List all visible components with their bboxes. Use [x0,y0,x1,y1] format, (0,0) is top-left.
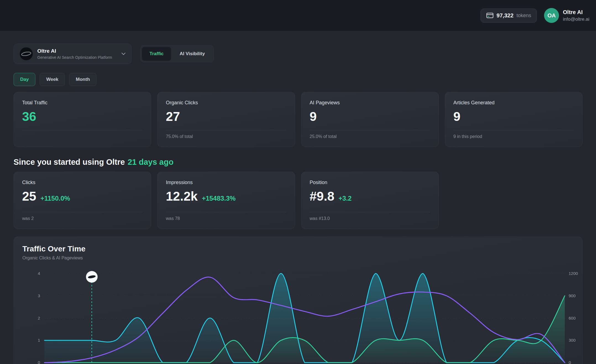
right-axis-tick: 300 [569,338,576,342]
stat-subtext: 75.0% of total [166,134,286,139]
stat-subtext: was 2 [22,216,143,221]
view-tabs: Traffic AI Visibility [140,45,214,62]
org-meta: Oltre AI Generative AI Search Optimizati… [37,48,117,60]
stat-card-total-traffic: Total Traffic 36 [14,92,151,147]
left-axis-tick: 1 [38,338,40,342]
chevron-down-icon [121,52,126,55]
stat-value: 12.2k [166,190,198,203]
tab-ai-visibility[interactable]: AI Visibility [172,47,212,61]
since-highlight: 21 days ago [128,158,174,166]
left-axis-tick: 2 [38,316,40,320]
divider [310,212,430,212]
stat-label: Organic Clicks [166,100,286,106]
divider [166,212,286,212]
stat-value: 36 [22,110,143,123]
value-row: #9.8 +3.2 [310,190,430,203]
stat-subtext: was 78 [166,216,286,221]
divider [166,130,286,130]
left-axis-tick: 3 [38,293,40,298]
stat-subtext: 25.0% of total [310,134,430,139]
org-name: Oltre AI [37,48,117,54]
right-axis-tick: 1200 [569,271,578,276]
org-selector-dropdown[interactable]: Oltre AI Generative AI Search Optimizati… [14,44,132,64]
stat-card-articles-generated: Articles Generated 9 9 in this period [445,92,582,147]
divider [22,212,143,212]
annotation-marker-oltre-logo-icon [86,271,98,283]
stat-label: Total Traffic [22,100,143,106]
stat-label: Articles Generated [453,100,574,106]
stat-card-ai-pageviews: AI Pageviews 9 25.0% of total [301,92,439,147]
traffic-over-time-card: Traffic Over Time Organic Clicks & AI Pa… [14,237,582,364]
stat-card-impressions: Impressions 12.2k +15483.3% was 78 [157,172,295,229]
period-selector: Day Week Month [14,73,582,86]
value-row: 25 +1150.0% [22,190,143,203]
since-stats-row: Clicks 25 +1150.0% was 2 Impressions 12.… [14,172,582,229]
right-axis-tick: 600 [569,316,576,320]
org-description: Generative AI Search Optimization Platfo… [37,55,117,60]
token-count: 97,322 [497,12,513,19]
stat-value: 9 [310,110,430,123]
period-day-button[interactable]: Day [14,73,35,86]
stat-value: 25 [22,190,36,203]
main-content: Oltre AI Generative AI Search Optimizati… [0,44,596,364]
stat-delta: +3.2 [338,195,351,202]
token-unit-label: tokens [516,13,531,18]
stat-value: 27 [166,110,286,123]
org-logo-icon [19,47,33,61]
stat-label: Clicks [22,180,143,185]
period-week-button[interactable]: Week [40,73,65,86]
user-meta: Oltre AI info@oltre.ai [563,9,589,22]
divider [22,130,143,130]
stat-label: Impressions [166,180,286,185]
stat-delta: +15483.3% [202,195,235,202]
since-title: Since you started using Oltre [14,158,125,166]
right-axis-tick: 900 [569,293,576,298]
stat-subtext [22,134,143,139]
stat-subtext: 9 in this period [453,134,574,139]
stat-label: AI Pageviews [310,100,430,106]
avatar[interactable]: OA [544,8,559,23]
stat-label: Position [310,180,430,185]
user-menu[interactable]: OA Oltre AI info@oltre.ai [544,8,589,23]
stat-subtext: was #13.0 [310,216,430,221]
since-section-heading: Since you started using Oltre21 days ago [14,158,582,167]
stat-card-position: Position #9.8 +3.2 was #13.0 [301,172,439,229]
controls-row: Oltre AI Generative AI Search Optimizati… [14,44,582,64]
token-balance-badge[interactable]: 97,322 tokens [481,9,537,23]
stat-card-organic-clicks: Organic Clicks 27 75.0% of total [157,92,295,147]
tab-traffic[interactable]: Traffic [142,47,171,61]
divider [310,130,430,130]
divider [453,130,574,130]
value-row: 12.2k +15483.3% [166,190,286,203]
stat-value: 9 [453,110,574,123]
user-email: info@oltre.ai [563,17,589,22]
stat-card-clicks: Clicks 25 +1150.0% was 2 [14,172,151,229]
stat-value: #9.8 [310,190,335,203]
right-axis-tick: 0 [569,360,571,364]
period-month-button[interactable]: Month [69,73,96,86]
top-header: 97,322 tokens OA Oltre AI info@oltre.ai [0,0,596,31]
token-card-icon [486,13,493,18]
user-name: Oltre AI [563,9,589,15]
left-axis-tick: 0 [38,360,40,364]
left-axis-tick: 4 [38,271,40,276]
traffic-chart: 012340300600900120016 Mar17 Mar18 Mar19 … [14,237,582,364]
stat-delta: +1150.0% [40,195,70,202]
stats-row: Total Traffic 36 Organic Clicks 27 75.0%… [14,92,582,147]
